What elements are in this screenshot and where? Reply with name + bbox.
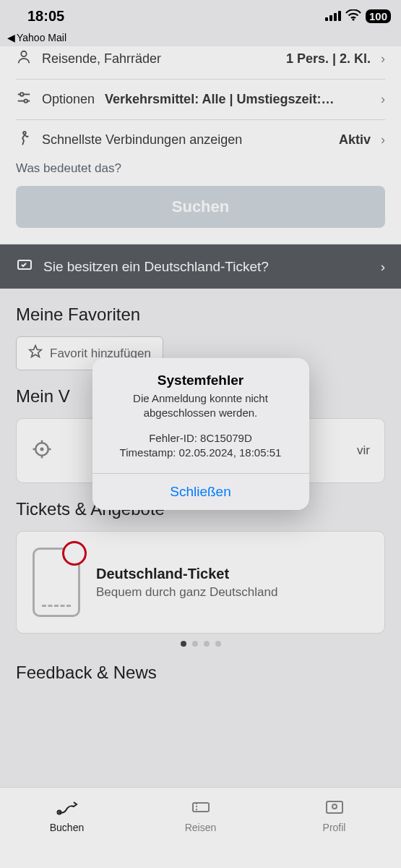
error-id-value: 8C15079D (200, 432, 252, 444)
system-error-alert: Systemfehler Die Anmeldung konnte nicht … (92, 358, 309, 510)
timestamp-value: 02.05.2024, 18:05:51 (179, 446, 282, 459)
error-id-label: Fehler-ID: (149, 432, 197, 444)
alert-title: Systemfehler (105, 373, 296, 388)
alert-overlay: Systemfehler Die Anmeldung konnte nicht … (0, 0, 401, 868)
alert-message: Die Anmeldung konnte nicht abgeschlossen… (105, 391, 296, 421)
timestamp-label: Timestamp: (120, 446, 176, 459)
alert-meta: Fehler-ID: 8C15079D Timestamp: 02.05.202… (105, 431, 296, 461)
alert-close-button[interactable]: Schließen (92, 473, 309, 510)
